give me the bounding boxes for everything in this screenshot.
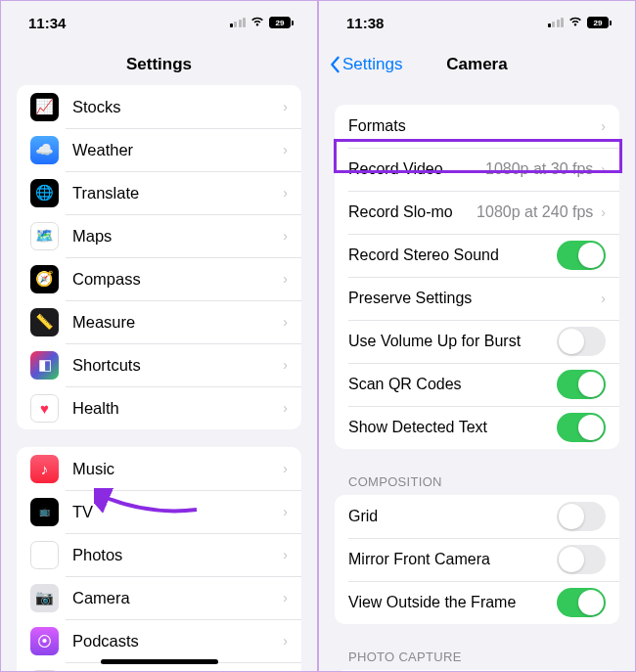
settings-row-measure[interactable]: 📏Measure›: [17, 300, 301, 343]
camera-group-main: Formats›Record Video1080p at 30 fps›Reco…: [335, 105, 619, 449]
toggle-mirror-front-camera[interactable]: [557, 545, 606, 574]
row-label: Grid: [348, 508, 557, 525]
setting-row-record-slo-mo[interactable]: Record Slo-mo1080p at 240 fps›: [335, 191, 619, 234]
settings-row-camera[interactable]: 📷Camera›: [17, 576, 301, 619]
row-value: 1080p at 240 fps: [477, 203, 593, 221]
compass-icon: 🧭: [30, 265, 59, 293]
row-label: Scan QR Codes: [348, 376, 557, 393]
settings-row-podcasts[interactable]: ⦿Podcasts›: [17, 619, 301, 662]
status-time: 11:34: [28, 15, 66, 31]
status-bar: 11:34 29: [1, 1, 317, 44]
row-label: Mirror Front Camera: [348, 551, 557, 568]
setting-row-show-detected-text[interactable]: Show Detected Text: [335, 406, 619, 449]
setting-row-record-stereo-sound[interactable]: Record Stereo Sound: [335, 234, 619, 277]
cellular-icon: [230, 18, 247, 27]
settings-row-stocks[interactable]: 📈Stocks›: [17, 85, 301, 128]
row-value: 1080p at 30 fps: [485, 160, 593, 178]
chevron-right-icon: ›: [283, 461, 288, 476]
settings-group-media: ♪Music›📺TV›❋Photos›📷Camera›⦿Podcasts›🎮Ga…: [17, 447, 301, 672]
toggle-use-volume-up-for-burst[interactable]: [557, 327, 606, 356]
group-header-photocapture: Photo Capture: [348, 650, 606, 664]
toggle-record-stereo-sound[interactable]: [557, 241, 606, 270]
status-time: 11:38: [346, 15, 384, 31]
nav-bar: Settings: [1, 44, 317, 85]
toggle-view-outside-the-frame[interactable]: [557, 588, 606, 617]
settings-row-shortcuts[interactable]: ◧Shortcuts›: [17, 343, 301, 386]
settings-row-health[interactable]: ♥Health›: [17, 386, 301, 429]
toggle-grid[interactable]: [557, 502, 606, 531]
chevron-right-icon: ›: [283, 314, 288, 330]
phone-settings: 11:34 29 Settings 📈Stocks›☁️Weather›🌐Tra…: [0, 0, 318, 672]
settings-row-weather[interactable]: ☁️Weather›: [17, 128, 301, 171]
chevron-right-icon: ›: [601, 291, 606, 306]
chevron-right-icon: ›: [283, 547, 288, 562]
status-bar: 11:38 29: [319, 1, 635, 44]
row-label: TV: [72, 503, 283, 521]
chevron-right-icon: ›: [283, 400, 288, 416]
row-label: Measure: [72, 313, 283, 332]
settings-row-translate[interactable]: 🌐Translate›: [17, 171, 301, 214]
chevron-right-icon: ›: [283, 228, 288, 244]
row-label: Podcasts: [72, 632, 283, 650]
chevron-right-icon: ›: [601, 204, 606, 220]
shortcuts-icon: ◧: [30, 351, 59, 380]
battery-icon: 29: [587, 17, 612, 28]
settings-row-compass[interactable]: 🧭Compass›: [17, 257, 301, 300]
row-label: View Outside the Frame: [348, 594, 557, 611]
wifi-icon: [568, 15, 583, 30]
toggle-show-detected-text[interactable]: [557, 413, 606, 442]
toggle-scan-qr-codes[interactable]: [557, 370, 606, 399]
settings-row-photos[interactable]: ❋Photos›: [17, 533, 301, 576]
setting-row-grid[interactable]: Grid: [335, 495, 619, 538]
maps-icon: 🗺️: [30, 222, 59, 250]
row-label: Formats: [348, 117, 601, 135]
setting-row-use-volume-up-for-burst[interactable]: Use Volume Up for Burst: [335, 320, 619, 363]
settings-row-tv[interactable]: 📺TV›: [17, 490, 301, 533]
chevron-right-icon: ›: [283, 271, 288, 287]
home-indicator[interactable]: [101, 659, 218, 664]
measure-icon: 📏: [30, 308, 59, 336]
chevron-right-icon: ›: [283, 633, 288, 649]
back-label: Settings: [342, 55, 402, 74]
status-right: 29: [230, 15, 295, 30]
row-label: Shortcuts: [72, 356, 283, 375]
row-label: Maps: [72, 227, 283, 246]
setting-row-formats[interactable]: Formats›: [335, 105, 619, 148]
row-label: Compass: [72, 270, 283, 289]
chevron-right-icon: ›: [283, 99, 288, 114]
chevron-right-icon: ›: [601, 118, 606, 134]
settings-row-maps[interactable]: 🗺️Maps›: [17, 214, 301, 257]
photos-icon: ❋: [30, 541, 59, 569]
setting-row-preserve-settings[interactable]: Preserve Settings›: [335, 277, 619, 320]
chevron-right-icon: ›: [283, 142, 288, 157]
setting-row-view-outside-the-frame[interactable]: View Outside the Frame: [335, 581, 619, 624]
chevron-right-icon: ›: [283, 504, 288, 519]
page-title: Camera: [446, 55, 507, 74]
wifi-icon: [250, 15, 265, 30]
row-label: Photos: [72, 546, 283, 564]
back-button[interactable]: Settings: [329, 55, 402, 74]
row-label: Show Detected Text: [348, 419, 557, 436]
nav-bar: Settings Camera: [319, 44, 635, 85]
row-label: Preserve Settings: [348, 290, 601, 307]
camera-settings-content: Formats›Record Video1080p at 30 fps›Reco…: [319, 85, 635, 672]
group-header-composition: Composition: [348, 474, 606, 489]
row-label: Music: [72, 460, 283, 478]
chevron-right-icon: ›: [601, 161, 606, 177]
weather-icon: ☁️: [30, 136, 59, 164]
settings-row-music[interactable]: ♪Music›: [17, 447, 301, 490]
row-label: Use Volume Up for Burst: [348, 333, 557, 350]
battery-icon: 29: [269, 17, 294, 28]
stocks-icon: 📈: [30, 93, 59, 121]
row-label: Weather: [72, 141, 283, 159]
row-label: Health: [72, 399, 283, 418]
status-right: 29: [548, 15, 613, 30]
health-icon: ♥: [30, 394, 59, 423]
setting-row-scan-qr-codes[interactable]: Scan QR Codes: [335, 363, 619, 406]
page-title: Settings: [126, 55, 192, 74]
phone-camera-settings: 11:38 29 Settings Camera Formats›Record …: [318, 0, 636, 672]
setting-row-record-video[interactable]: Record Video1080p at 30 fps›: [335, 148, 619, 191]
settings-content: 📈Stocks›☁️Weather›🌐Translate›🗺️Maps›🧭Com…: [1, 85, 317, 672]
chevron-right-icon: ›: [283, 357, 288, 373]
setting-row-mirror-front-camera[interactable]: Mirror Front Camera: [335, 538, 619, 581]
